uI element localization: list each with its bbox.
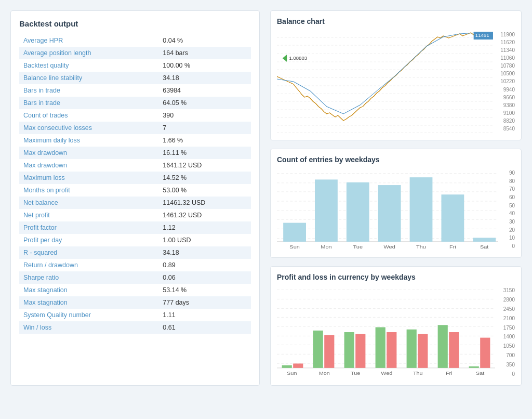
- pnl-bar-svg: Sun Mon Tue Wed Thu Fri Sat: [277, 285, 495, 379]
- svg-rect-82: [387, 332, 396, 368]
- metric-label: Average HPR: [19, 34, 158, 47]
- pnl-y-axis: 3150 2800 2450 2100 1750 1400 1050 700 3…: [495, 285, 515, 379]
- metric-value: 0.04 %: [158, 34, 251, 47]
- table-row: Max stagnation53.14 %: [19, 284, 251, 296]
- metric-label: Max stagnation: [19, 284, 158, 296]
- svg-rect-84: [418, 334, 428, 368]
- table-row: Win / loss0.61: [19, 321, 251, 334]
- svg-rect-87: [469, 366, 479, 368]
- table-row: Bars in trade64.05 %: [19, 97, 251, 109]
- weekday-bar-svg: Sun Mon Tue Wed Thu Fri Sat: [277, 168, 498, 251]
- svg-rect-78: [324, 335, 334, 368]
- svg-text:Wed: Wed: [381, 370, 392, 375]
- metric-value: 0.61: [158, 321, 251, 334]
- svg-rect-75: [282, 365, 292, 368]
- svg-text:Sun: Sun: [287, 370, 297, 375]
- table-row: Max stagnation777 days: [19, 296, 251, 309]
- table-row: Maximum daily loss1.66 %: [19, 134, 251, 147]
- metric-value: 34.18: [158, 246, 251, 259]
- metric-value: 53.00 %: [158, 184, 251, 197]
- svg-text:11461: 11461: [475, 33, 489, 38]
- table-row: Average position length164 bars: [19, 47, 251, 59]
- svg-text:Mon: Mon: [321, 244, 332, 249]
- metric-value: 64.05 %: [158, 97, 251, 109]
- metric-value: 777 days: [158, 296, 251, 309]
- weekday-chart-card: Count of entries by weekdays: [270, 149, 522, 258]
- metric-label: Maximum loss: [19, 172, 158, 184]
- metric-value: 1.11: [158, 309, 251, 321]
- metric-value: 390: [158, 109, 251, 122]
- metric-label: Average position length: [19, 47, 158, 59]
- table-row: Count of trades390: [19, 109, 251, 122]
- metric-label: Bars in trade: [19, 84, 158, 97]
- svg-text:Thu: Thu: [416, 244, 426, 249]
- metric-value: 0.89: [158, 259, 251, 271]
- table-row: Max drawdown16.11 %: [19, 147, 251, 159]
- svg-text:Wed: Wed: [384, 244, 396, 249]
- metric-value: 53.14 %: [158, 284, 251, 296]
- pnl-chart-title: Profit and loss in currency by weekdays: [277, 273, 515, 281]
- metric-label: Count of trades: [19, 109, 158, 122]
- svg-rect-32: [473, 238, 496, 241]
- table-row: Profit factor1.12: [19, 221, 251, 234]
- metric-label: Profit per day: [19, 234, 158, 246]
- svg-rect-76: [293, 363, 303, 368]
- svg-rect-26: [283, 223, 306, 242]
- metric-label: Net profit: [19, 209, 158, 221]
- svg-text:Sat: Sat: [480, 244, 489, 249]
- svg-rect-30: [410, 177, 433, 242]
- weekday-y-axis: 90 80 70 60 50 40 30 20 10 0: [498, 168, 515, 251]
- balance-y-axis: 11900 11620 11340 11060 10780 10500 1022…: [493, 30, 515, 134]
- metric-label: Max consecutive losses: [19, 122, 158, 134]
- balance-chart-title: Balance chart: [277, 17, 515, 25]
- metric-value: 100.00 %: [158, 59, 251, 72]
- svg-rect-86: [449, 332, 459, 368]
- metric-label: Backtest quality: [19, 59, 158, 72]
- pnl-chart-card: Profit and loss in currency by weekdays: [270, 266, 522, 386]
- metric-value: 16.11 %: [158, 147, 251, 159]
- svg-marker-13: [283, 55, 287, 62]
- svg-text:Sat: Sat: [476, 370, 484, 375]
- svg-text:Fri: Fri: [449, 244, 456, 249]
- weekday-chart-title: Count of entries by weekdays: [277, 155, 515, 164]
- metric-label: Sharpe ratio: [19, 271, 158, 284]
- svg-rect-88: [480, 338, 490, 368]
- svg-text:1.08803: 1.08803: [289, 56, 307, 61]
- svg-rect-81: [376, 327, 385, 368]
- svg-rect-28: [347, 182, 369, 242]
- metric-value: 14.52 %: [158, 172, 251, 184]
- table-row: Net balance11461.32 USD: [19, 197, 251, 209]
- metric-label: Max drawdown: [19, 147, 158, 159]
- metric-value: 11461.32 USD: [158, 197, 251, 209]
- table-row: Return / drawdown0.89: [19, 259, 251, 271]
- table-row: Net profit1461.32 USD: [19, 209, 251, 221]
- metric-value: 1.12: [158, 221, 251, 234]
- metric-label: Win / loss: [19, 321, 158, 334]
- svg-rect-80: [355, 334, 365, 368]
- metric-value: 0.06: [158, 271, 251, 284]
- metric-value: 1461.32 USD: [158, 209, 251, 221]
- metric-label: Max drawdown: [19, 159, 158, 172]
- metric-label: Bars in trade: [19, 97, 158, 109]
- table-row: Average HPR0.04 %: [19, 34, 251, 47]
- table-row: R - squared34.18: [19, 246, 251, 259]
- metric-label: R - squared: [19, 246, 158, 259]
- table-row: Backtest quality100.00 %: [19, 59, 251, 72]
- metric-value: 7: [158, 122, 251, 134]
- metric-value: 164 bars: [158, 47, 251, 59]
- svg-text:Fri: Fri: [446, 370, 453, 375]
- svg-text:Thu: Thu: [413, 370, 423, 375]
- pnl-bar-chart-area: Sun Mon Tue Wed Thu Fri Sat 3150 2800 24…: [277, 285, 515, 379]
- metric-value: 34.18: [158, 72, 251, 84]
- svg-text:Tue: Tue: [351, 370, 361, 375]
- left-panel: Backtest output Average HPR0.04 %Average…: [10, 10, 260, 386]
- table-row: Bars in trade63984: [19, 84, 251, 97]
- table-row: System Quality number1.11: [19, 309, 251, 321]
- metric-value: 1641.12 USD: [158, 159, 251, 172]
- metric-label: Balance line stability: [19, 72, 158, 84]
- metric-value: 1.00 USD: [158, 234, 251, 246]
- metric-label: System Quality number: [19, 309, 158, 321]
- svg-rect-79: [344, 332, 354, 368]
- table-row: Sharpe ratio0.06: [19, 271, 251, 284]
- metric-label: Profit factor: [19, 221, 158, 234]
